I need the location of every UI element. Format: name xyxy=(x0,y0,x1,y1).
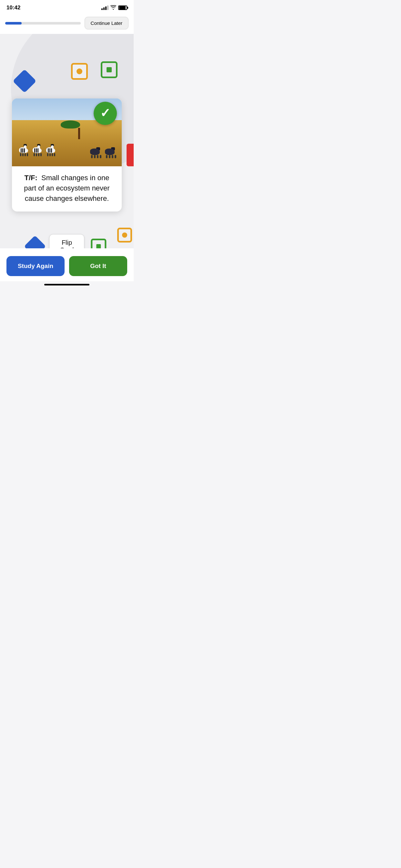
tree xyxy=(69,120,89,139)
correct-badge: ✓ xyxy=(94,102,117,125)
green-square-icon-top xyxy=(101,61,118,78)
flip-card-button[interactable]: Flip Card xyxy=(49,234,84,248)
tree-trunk xyxy=(78,128,80,139)
main-content: ✓ T/F: Small changes in one part of an e… xyxy=(0,34,134,248)
wildebeest-1 xyxy=(89,147,101,158)
continue-later-button[interactable]: Continue Later xyxy=(85,17,128,29)
card-text-area: T/F: Small changes in one part of an eco… xyxy=(12,166,122,212)
card-question-prefix: T/F: xyxy=(25,174,37,182)
status-icons xyxy=(101,5,127,11)
orange-circle-icon xyxy=(117,228,132,243)
blue-diamond-icon-bottom xyxy=(24,236,46,248)
flashcard-wrapper: ✓ T/F: Small changes in one part of an e… xyxy=(12,98,122,212)
page: 10:42 Continue Later xyxy=(0,0,134,289)
orange-square-icon-top xyxy=(71,63,88,80)
got-it-button[interactable]: Got It xyxy=(69,256,127,276)
home-indicator xyxy=(44,284,89,285)
flashcard: ✓ T/F: Small changes in one part of an e… xyxy=(12,98,122,212)
action-buttons: Study Again Got It xyxy=(0,248,134,281)
card-question: T/F: Small changes in one part of an eco… xyxy=(18,173,116,204)
green-square-icon-bottom xyxy=(91,239,106,248)
check-mark-icon: ✓ xyxy=(100,107,111,119)
progress-bar xyxy=(5,22,81,25)
wildebeest-2 xyxy=(103,147,116,158)
signal-icon xyxy=(101,5,109,10)
tree-canopy xyxy=(61,120,80,128)
zebra-group xyxy=(18,146,57,156)
wifi-icon xyxy=(111,5,116,11)
progress-fill xyxy=(5,22,22,25)
study-again-button[interactable]: Study Again xyxy=(6,256,65,276)
zebra-1 xyxy=(18,146,30,156)
red-rect-icon xyxy=(127,144,134,166)
status-time: 10:42 xyxy=(6,4,20,11)
status-bar: 10:42 xyxy=(0,0,134,13)
main-area: ✓ T/F: Small changes in one part of an e… xyxy=(0,34,134,248)
zebra-3 xyxy=(44,146,57,156)
top-bar: Continue Later xyxy=(0,13,134,34)
card-image-container: ✓ xyxy=(12,98,122,166)
bottom-controls: Flip Card xyxy=(27,234,106,248)
battery-icon xyxy=(118,5,127,10)
wildebeest-group xyxy=(89,147,116,158)
zebra-2 xyxy=(31,146,43,156)
